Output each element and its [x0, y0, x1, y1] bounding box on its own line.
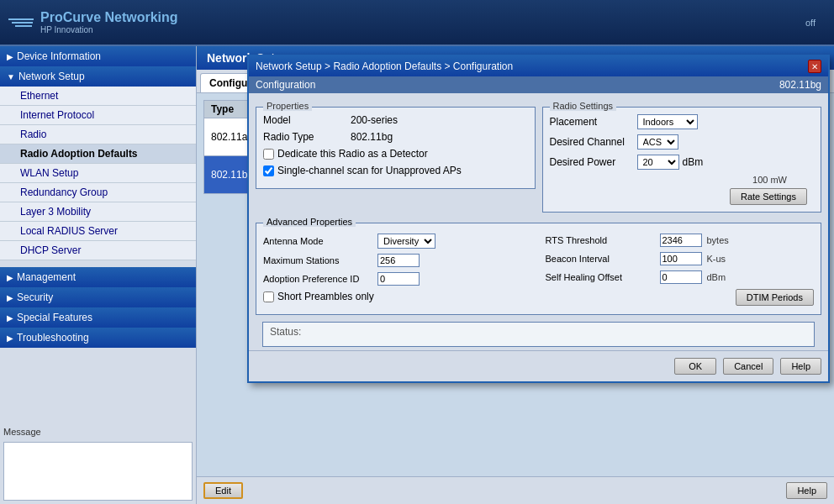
sidebar-item-local-radius[interactable]: Local RADIUS Server	[0, 222, 196, 241]
help-button-main[interactable]: Help	[786, 482, 827, 499]
placement-row: Placement Indoors Outdoors	[550, 114, 815, 129]
power-mw: 100 mW	[550, 175, 815, 185]
radio-type-value: 802.11bg	[351, 131, 393, 143]
short-preambles-checkbox[interactable]	[263, 291, 274, 302]
antenna-mode-select[interactable]: Diversity Primary Auxiliary	[377, 234, 435, 249]
sidebar-item-radio[interactable]: Radio	[0, 125, 196, 144]
sidebar-label: Device Information	[17, 50, 101, 62]
desired-power-label: Desired Power	[550, 156, 634, 168]
dialog-titlebar: Network Setup > Radio Adoption Defaults …	[249, 56, 828, 76]
detector-label: Dedicate this Radio as a Detector	[277, 148, 428, 160]
dialog-subtitle: Configuration 802.11bg	[249, 76, 828, 93]
arrow-icon: ▶	[7, 52, 13, 61]
detector-row: Dedicate this Radio as a Detector	[263, 148, 528, 160]
adoption-pref-input[interactable]: 0	[377, 272, 420, 286]
app-header: ProCurve Networking HP Innovation off	[0, 0, 834, 46]
sidebar-label: Troubleshooting	[17, 332, 89, 344]
dialog-path: Network Setup > Radio Adoption Defaults …	[256, 60, 513, 72]
properties-group: Properties Model 200-series Radio Type 8…	[256, 107, 536, 189]
dtim-button[interactable]: DTIM Periods	[736, 289, 814, 306]
max-stations-label: Maximum Stations	[263, 255, 372, 265]
radio-settings-group: Radio Settings Placement Indoors Outdoor…	[542, 107, 822, 213]
self-healing-unit: dBm	[707, 272, 726, 282]
antenna-mode-label: Antenna Mode	[263, 236, 372, 246]
edit-button[interactable]: Edit	[203, 482, 243, 499]
bottom-bar: Edit Help	[197, 476, 834, 504]
off-label: off	[805, 18, 816, 28]
desired-power-select[interactable]: 20	[637, 155, 679, 170]
short-preambles-row: Short Preambles only	[263, 291, 532, 302]
adoption-pref-label: Adoption Preference ID	[263, 274, 372, 284]
main-content: Network Setup Configuration WLAN A Type …	[197, 46, 834, 504]
model-label: Model	[263, 114, 347, 126]
single-channel-label: Single-channel scan for Unapproved APs	[277, 165, 462, 176]
rts-input[interactable]: 2346	[660, 234, 702, 247]
arrow-icon: ▶	[7, 313, 13, 323]
radio-type-row: Radio Type 802.11bg	[263, 131, 528, 143]
sidebar-item-security[interactable]: ▶ Security	[0, 287, 196, 307]
advanced-grid: Antenna Mode Diversity Primary Auxiliary…	[263, 234, 814, 307]
beacon-input[interactable]: 100	[660, 252, 702, 265]
status-label: Status:	[270, 326, 301, 338]
sidebar-label: Network Setup	[18, 71, 85, 82]
rate-settings-button[interactable]: Rate Settings	[730, 188, 807, 205]
short-preambles-label: Short Preambles only	[277, 291, 374, 302]
beacon-label: Beacon Interval	[546, 254, 655, 264]
beacon-interval-row: Beacon Interval 100 K-us	[546, 252, 815, 265]
arrow-icon: ▼	[7, 72, 15, 81]
desired-channel-select[interactable]: ACS	[637, 134, 678, 150]
sidebar-item-redundancy-group[interactable]: Redundancy Group	[0, 183, 196, 202]
detector-checkbox[interactable]	[263, 149, 274, 160]
self-healing-input[interactable]: 0	[660, 270, 702, 284]
radio-type-label: Radio Type	[263, 131, 347, 143]
logo-area: ProCurve Networking HP Innovation	[8, 10, 178, 34]
beacon-unit: K-us	[707, 254, 726, 264]
model-row: Model 200-series	[263, 114, 528, 126]
desired-channel-row: Desired Channel ACS	[550, 134, 815, 150]
advanced-label: Advanced Properties	[263, 217, 356, 227]
status-area: Status:	[262, 322, 815, 347]
sidebar-item-device-information[interactable]: ▶ Device Information	[0, 46, 196, 66]
dialog-footer: OK Cancel Help	[249, 350, 828, 381]
sidebar-item-radio-adoption-defaults[interactable]: Radio Adoption Defaults	[0, 144, 196, 164]
help-button-dialog[interactable]: Help	[780, 358, 821, 375]
sidebar-item-management[interactable]: ▶ Management	[0, 267, 196, 287]
sidebar-item-special-features[interactable]: ▶ Special Features	[0, 307, 196, 328]
self-healing-row: Self Healing Offset 0 dBm	[546, 270, 815, 284]
dialog: Network Setup > Radio Adoption Defaults …	[247, 55, 830, 383]
power-unit: dBm	[683, 156, 704, 168]
arrow-icon: ▶	[7, 333, 13, 343]
radio-settings-label: Radio Settings	[550, 101, 617, 111]
arrow-icon: ▶	[7, 273, 13, 282]
max-stations-row: Maximum Stations 256	[263, 254, 532, 267]
sidebar: ▶ Device Information ▼ Network Setup Eth…	[0, 46, 197, 504]
message-label: Message	[0, 423, 196, 438]
sidebar-item-layer3-mobility[interactable]: Layer 3 Mobility	[0, 202, 196, 222]
dialog-close-button[interactable]: ✕	[808, 60, 821, 73]
sidebar-item-dhcp-server[interactable]: DHCP Server	[0, 241, 196, 260]
antenna-mode-row: Antenna Mode Diversity Primary Auxiliary	[263, 234, 532, 249]
logo-text: ProCurve Networking	[40, 10, 178, 25]
sidebar-item-ethernet[interactable]: Ethernet	[0, 87, 196, 106]
single-channel-checkbox[interactable]	[263, 165, 274, 176]
rts-unit: bytes	[707, 235, 729, 245]
sidebar-item-internet-protocol[interactable]: Internet Protocol	[0, 106, 196, 125]
single-channel-row: Single-channel scan for Unapproved APs	[263, 165, 528, 176]
sidebar-label: Security	[17, 291, 53, 303]
cancel-button[interactable]: Cancel	[723, 358, 773, 375]
placement-select[interactable]: Indoors Outdoors	[637, 114, 698, 129]
rts-label: RTS Threshold	[546, 235, 655, 245]
sidebar-label: Management	[17, 271, 76, 283]
self-healing-label: Self Healing Offset	[546, 272, 655, 282]
max-stations-input[interactable]: 256	[377, 254, 420, 267]
sidebar-item-wlan-setup[interactable]: WLAN Setup	[0, 164, 196, 183]
sidebar-label: Special Features	[17, 312, 92, 323]
dialog-subtitle-left: Configuration	[256, 79, 315, 91]
placement-label: Placement	[550, 116, 634, 128]
sidebar-item-network-setup[interactable]: ▼ Network Setup	[0, 66, 196, 87]
model-value: 200-series	[351, 114, 398, 126]
app-container: ProCurve Networking HP Innovation off ▶ …	[0, 0, 834, 504]
sidebar-item-troubleshooting[interactable]: ▶ Troubleshooting	[0, 328, 196, 348]
desired-channel-label: Desired Channel	[550, 136, 634, 148]
ok-button[interactable]: OK	[674, 358, 716, 375]
